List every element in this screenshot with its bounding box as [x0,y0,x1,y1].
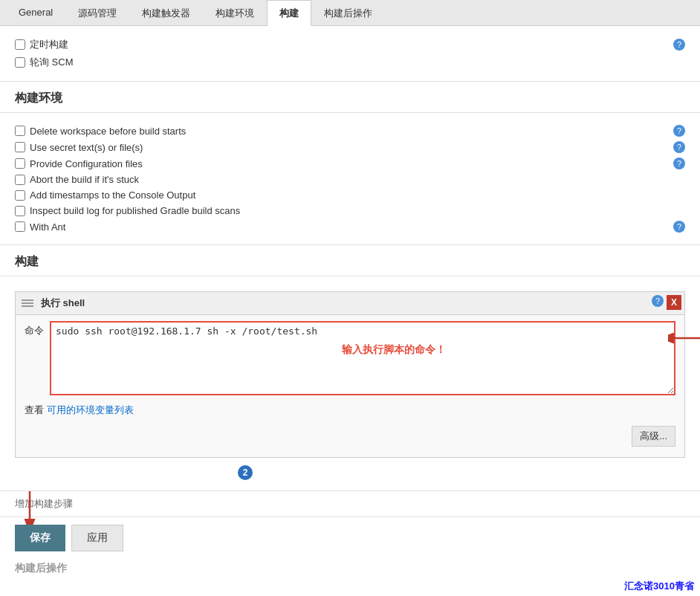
save-button[interactable]: 保存 [15,525,65,551]
shell-block: X ? 执行 shell 命令 输入执行脚本的命令！ [15,291,685,458]
tab-build[interactable]: 构建 [267,0,311,26]
add-build-step-section: 增加构建步骤 [0,490,700,516]
delete-ws-help-icon[interactable]: ? [673,125,685,137]
poll-scm-row: 轮询 SCM [15,56,685,69]
shell-footer: 高级... [25,421,675,451]
inspect-gradle-label: Inspect build log for published Gradle b… [30,205,240,216]
tab-build-env[interactable]: 构建环境 [203,0,267,26]
page-container: General 源码管理 构建触发器 构建环境 构建 构建后操作 定时构建 ? … [0,0,700,596]
advanced-button[interactable]: 高级... [632,426,675,447]
config-files-label: Provide Configuration files [30,158,143,169]
bottom-buttons: 保存 应用 [0,516,700,559]
with-ant-label: With Ant [30,221,65,233]
add-build-step-link[interactable]: 增加构建步骤 [15,498,73,509]
env-vars-text-prefix: 查看 [25,404,47,415]
command-input-wrapper: 输入执行脚本的命令！ [50,321,675,398]
build-env-header: 构建环境 [0,82,700,113]
secret-text-checkbox[interactable] [15,142,25,152]
timestamps-checkbox[interactable] [15,190,25,201]
timestamps-label: Add timestamps to the Console Output [30,190,195,201]
config-files-row: Provide Configuration files ? [15,158,685,169]
tab-trigger[interactable]: 构建触发器 [129,0,203,26]
with-ant-help-icon[interactable]: ? [673,221,685,233]
command-row: 命令 输入执行脚本的命令！ [25,321,675,398]
shell-help-icon[interactable]: ? [652,295,664,307]
close-shell-button[interactable]: X [667,295,681,310]
command-textarea[interactable] [50,321,675,395]
secret-text-help-icon[interactable]: ? [673,141,685,153]
scheduled-help-icon[interactable]: ? [673,39,685,51]
annotation-2: 2 [238,465,253,480]
apply-button[interactable]: 应用 [71,525,123,551]
env-vars-link-row: 查看 可用的环境变量列表 [25,404,675,417]
build-env-section: Delete workspace before build starts ? U… [0,113,700,245]
inspect-gradle-row: Inspect build log for published Gradle b… [15,205,685,216]
with-ant-row: With Ant ? [15,221,685,233]
env-vars-link[interactable]: 可用的环境变量列表 [47,404,134,415]
inspect-gradle-checkbox[interactable] [15,206,25,216]
tab-post-build[interactable]: 构建后操作 [311,0,385,26]
build-section: X ? 执行 shell 命令 输入执行脚本的命令！ [0,276,700,490]
tab-bar: General 源码管理 构建触发器 构建环境 构建 构建后操作 [0,0,700,26]
secret-text-label: Use secret text(s) or file(s) [30,142,143,153]
with-ant-checkbox[interactable] [15,221,25,232]
watermark: 汇念诺3010青省 [624,580,694,593]
config-files-help-icon[interactable]: ? [673,158,685,169]
shell-body: 命令 输入执行脚本的命令！ [16,315,684,457]
delete-ws-label: Delete workspace before build starts [30,126,186,137]
scheduled-row: 定时构建 ? [15,38,685,51]
secret-text-row: Use secret text(s) or file(s) ? [15,141,685,153]
scheduled-checkbox[interactable] [15,39,25,50]
tab-general[interactable]: General [6,0,65,26]
drag-handle[interactable] [22,299,33,307]
shell-block-header: 执行 shell [16,292,684,315]
abort-stuck-row: Abort the build if it's stuck [15,174,685,185]
poll-scm-checkbox[interactable] [15,57,25,68]
abort-stuck-label: Abort the build if it's stuck [30,174,139,185]
post-build-hint: 构建后操作 [0,559,700,578]
delete-ws-checkbox[interactable] [15,126,25,136]
shell-title: 执行 shell [41,297,678,310]
config-files-checkbox[interactable] [15,158,25,169]
poll-scm-label: 轮询 SCM [30,56,74,69]
top-checkboxes-section: 定时构建 ? 轮询 SCM [0,26,700,82]
command-label: 命令 [25,321,44,337]
build-section-header: 构建 [0,245,700,276]
tab-source[interactable]: 源码管理 [65,0,129,26]
scheduled-label: 定时构建 [30,38,68,51]
timestamps-row: Add timestamps to the Console Output [15,190,685,201]
delete-ws-row: Delete workspace before build starts ? [15,125,685,137]
abort-stuck-checkbox[interactable] [15,175,25,185]
